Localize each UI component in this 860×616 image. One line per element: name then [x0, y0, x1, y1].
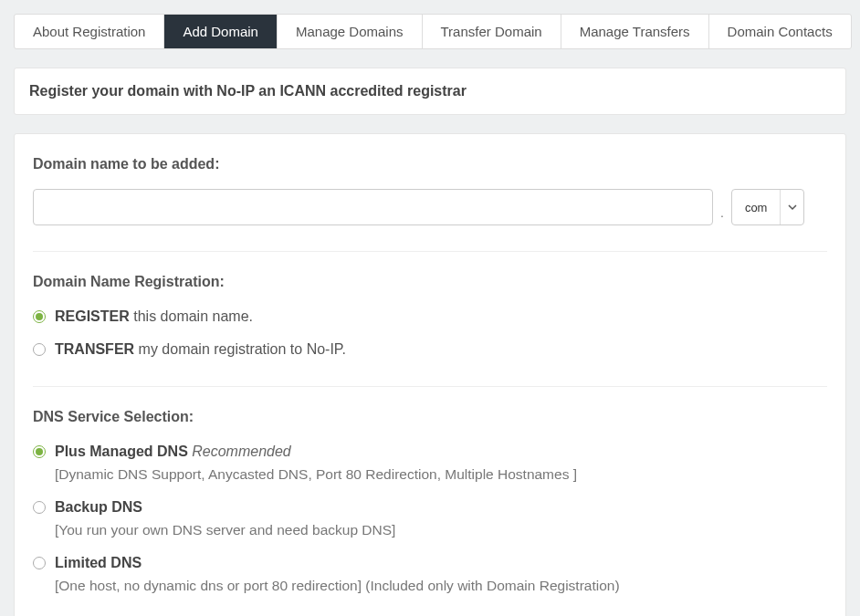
domain-name-label: Domain name to be added:: [33, 156, 827, 172]
tab-transfer-domain[interactable]: Transfer Domain: [423, 15, 561, 48]
registration-label: Domain Name Registration:: [33, 274, 827, 290]
section-domain-name: Domain name to be added: . com: [33, 134, 827, 252]
radio-register[interactable]: REGISTER this domain name.: [33, 307, 827, 327]
radio-plus-managed-dns-desc: [Dynamic DNS Support, Anycasted DNS, Por…: [55, 465, 577, 485]
tab-about-registration[interactable]: About Registration: [15, 15, 164, 48]
radio-plus-managed-dns-label: Plus Managed DNS Recommended [Dynamic DN…: [55, 442, 577, 485]
domain-input-row: . com: [33, 189, 827, 225]
radio-transfer-label: TRANSFER my domain registration to No-IP…: [55, 339, 346, 360]
radio-limited-dns[interactable]: Limited DNS [One host, no dynamic dns or…: [33, 553, 827, 596]
form-panel: Domain name to be added: . com Domain Na…: [14, 133, 846, 616]
radio-backup-dns-label: Backup DNS [You run your own DNS server …: [55, 497, 395, 540]
tld-dot: .: [718, 205, 726, 225]
radio-register-label: REGISTER this domain name.: [55, 307, 253, 327]
radio-icon: [33, 445, 46, 458]
tab-bar: About Registration Add Domain Manage Dom…: [14, 14, 852, 49]
radio-transfer[interactable]: TRANSFER my domain registration to No-IP…: [33, 339, 827, 360]
tab-add-domain[interactable]: Add Domain: [164, 15, 278, 48]
radio-icon: [33, 501, 46, 514]
radio-limited-dns-label: Limited DNS [One host, no dynamic dns or…: [55, 553, 620, 596]
radio-icon: [33, 343, 46, 356]
page-banner: Register your domain with No-IP an ICANN…: [14, 68, 846, 115]
radio-limited-dns-desc: [One host, no dynamic dns or port 80 red…: [55, 576, 620, 596]
chevron-down-icon: [780, 190, 803, 224]
radio-icon: [33, 310, 46, 323]
tab-manage-transfers[interactable]: Manage Transfers: [561, 15, 709, 48]
section-registration: Domain Name Registration: REGISTER this …: [33, 252, 827, 387]
radio-icon: [33, 557, 46, 569]
domain-name-input[interactable]: [33, 189, 713, 225]
tab-domain-contacts[interactable]: Domain Contacts: [709, 15, 851, 48]
dns-service-label: DNS Service Selection:: [33, 409, 827, 425]
tld-select[interactable]: com: [731, 189, 805, 225]
radio-backup-dns[interactable]: Backup DNS [You run your own DNS server …: [33, 497, 827, 540]
section-dns-service: DNS Service Selection: Plus Managed DNS …: [33, 387, 827, 616]
tab-manage-domains[interactable]: Manage Domains: [278, 15, 423, 48]
radio-backup-dns-desc: [You run your own DNS server and need ba…: [55, 520, 395, 540]
radio-plus-managed-dns[interactable]: Plus Managed DNS Recommended [Dynamic DN…: [33, 442, 827, 485]
tld-selected-value: com: [732, 190, 781, 224]
